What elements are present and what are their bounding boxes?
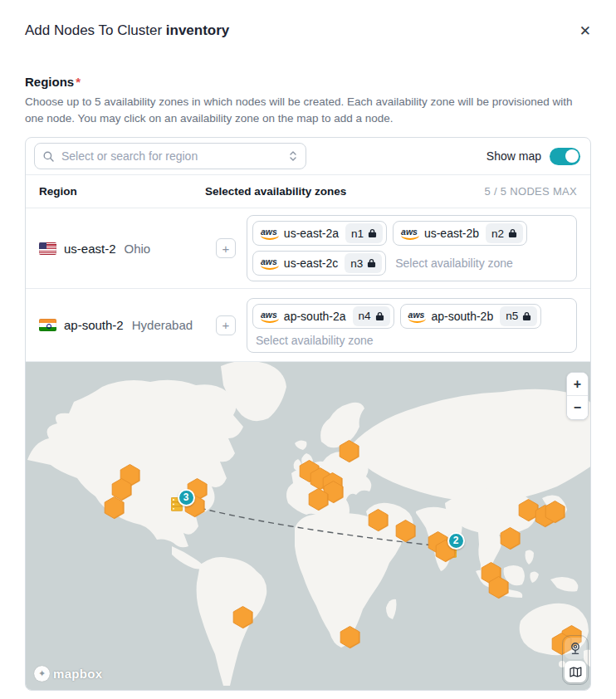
show-map-toggle[interactable] <box>550 148 580 165</box>
regions-label: Regions* <box>25 75 591 89</box>
toggle-knob <box>565 149 579 163</box>
zone-chip[interactable]: awsus-east-2cn3 <box>252 251 386 276</box>
regions-label-text: Regions <box>25 75 74 89</box>
modal-title-prefix: Add Nodes To Cluster <box>25 22 162 38</box>
zone-node-tag: n4 <box>353 306 390 326</box>
chevron-updown-icon <box>289 150 297 162</box>
regions-panel: Select or search for region Show map Reg… <box>25 137 591 691</box>
regions-toolbar: Select or search for region Show map <box>26 138 590 175</box>
zone-node-tag: n3 <box>345 253 382 273</box>
zone-chip-label: ap-south-2b <box>431 310 493 323</box>
nodes-max-counter: 5 / 5 NODES MAX <box>485 185 577 198</box>
zoom-in-button[interactable]: + <box>567 373 588 396</box>
zone-chip-label: us-east-2a <box>284 227 339 240</box>
search-icon <box>43 151 54 162</box>
cluster-name: inventory <box>166 22 230 38</box>
column-header-zones: Selected availability zones <box>205 185 485 198</box>
region-hex-marker[interactable] <box>367 508 389 535</box>
zone-select-box[interactable]: awsap-south-2an4 awsap-south-2bn5 Select… <box>247 298 577 353</box>
regions-description: Choose up to 5 availability zones in whi… <box>25 94 591 126</box>
zone-select-placeholder: Select availability zone <box>392 257 516 270</box>
lock-icon <box>522 311 531 321</box>
zones-table-header: Region Selected availability zones 5 / 5… <box>26 175 590 208</box>
zone-chip[interactable]: awsap-south-2an4 <box>252 304 394 329</box>
zone-chip-label: ap-south-2a <box>284 310 346 323</box>
modal-header: Add Nodes To Cluster inventory ✕ <box>25 0 591 39</box>
map-style-button[interactable] <box>565 661 586 682</box>
region-hex-marker[interactable] <box>307 487 330 515</box>
aws-logo-icon: aws <box>261 310 277 323</box>
lock-icon <box>375 311 384 321</box>
mapbox-logo[interactable]: ✦ mapbox <box>34 666 102 682</box>
region-hex-marker[interactable] <box>232 605 254 633</box>
region-location: Hyderabad <box>132 318 193 332</box>
selected-zone-count-badge: 2 <box>447 532 465 550</box>
india-flag-icon <box>39 319 56 331</box>
us-flag-icon <box>39 242 56 255</box>
region-hex-marker[interactable] <box>103 496 125 523</box>
region-hex-marker[interactable] <box>499 526 521 554</box>
lock-icon <box>508 228 517 238</box>
zone-chip-label: us-east-2c <box>284 257 338 270</box>
globe-icon <box>570 643 581 655</box>
selected-zone-count-badge: 3 <box>178 489 195 506</box>
zone-chip[interactable]: awsus-east-2bn2 <box>393 221 527 246</box>
zone-chip[interactable]: awsus-east-2an1 <box>252 221 387 246</box>
aws-logo-icon: aws <box>408 310 425 323</box>
world-map[interactable]: 32 + − <box>26 362 590 690</box>
map-style-controls <box>562 635 589 685</box>
region-hex-marker[interactable] <box>339 625 361 653</box>
region-search-placeholder: Select or search for region <box>61 149 281 163</box>
aws-logo-icon: aws <box>401 227 418 240</box>
region-hex-marker[interactable] <box>487 575 510 603</box>
table-row: us-east-2 Ohio + awsus-east-2an1 awsus-e… <box>26 208 590 289</box>
zone-node-tag: n5 <box>500 306 537 326</box>
map-icon <box>570 667 582 677</box>
region-hex-marker[interactable] <box>394 519 417 546</box>
region-hex-marker[interactable] <box>338 439 360 467</box>
show-map-label: Show map <box>486 149 541 163</box>
required-asterisk: * <box>76 75 81 89</box>
table-row: ap-south-2 Hyderabad + awsap-south-2an4 … <box>26 289 590 362</box>
add-zone-button[interactable]: + <box>216 238 236 258</box>
lock-icon <box>368 228 377 238</box>
mapbox-mark-icon: ✦ <box>34 666 50 682</box>
lock-icon <box>367 258 376 268</box>
region-location: Ohio <box>125 242 151 256</box>
column-header-region: Region <box>39 185 205 198</box>
globe-projection-button[interactable] <box>565 638 586 659</box>
region-name: ap-south-2 <box>64 318 124 332</box>
add-zone-button[interactable]: + <box>216 315 236 335</box>
zone-chip-label: us-east-2b <box>424 227 479 240</box>
map-zoom-control: + − <box>566 372 589 420</box>
region-cell-us-east-2: us-east-2 Ohio <box>39 242 205 256</box>
zone-chip[interactable]: awsap-south-2bn5 <box>400 304 542 329</box>
zone-select-box[interactable]: awsus-east-2an1 awsus-east-2bn2 awsus-ea… <box>247 215 577 281</box>
zone-select-placeholder: Select availability zone <box>252 334 377 347</box>
region-search-select[interactable]: Select or search for region <box>34 143 306 169</box>
mapbox-wordmark: mapbox <box>53 667 102 681</box>
aws-logo-icon: aws <box>261 257 277 270</box>
zone-node-tag: n1 <box>345 223 383 243</box>
modal-title: Add Nodes To Cluster inventory <box>25 22 229 39</box>
add-nodes-modal: Add Nodes To Cluster inventory ✕ Regions… <box>0 0 616 691</box>
show-map-control: Show map <box>486 148 582 165</box>
region-hex-marker[interactable] <box>544 500 566 527</box>
zone-node-tag: n2 <box>486 223 523 243</box>
zoom-out-button[interactable]: − <box>567 396 588 419</box>
aws-logo-icon: aws <box>261 227 277 240</box>
region-cell-ap-south-2: ap-south-2 Hyderabad <box>39 318 205 332</box>
region-name: us-east-2 <box>64 242 116 256</box>
close-icon[interactable]: ✕ <box>579 24 591 38</box>
